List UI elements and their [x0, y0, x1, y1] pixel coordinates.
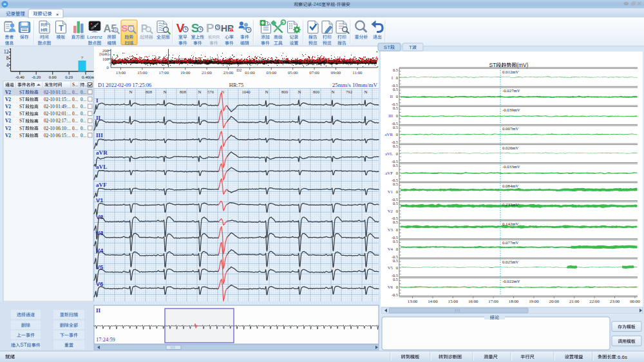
svg-text:N: N — [163, 90, 166, 95]
svg-text:-0.5: -0.5 — [392, 292, 398, 297]
svg-text:0...: 0... — [80, 133, 86, 138]
svg-text:25mm/s 10mm/mV: 25mm/s 10mm/mV — [332, 82, 378, 88]
svg-text:0: 0 — [396, 75, 398, 80]
svg-text:0.233mV: 0.233mV — [502, 202, 519, 207]
svg-text:T: T — [409, 44, 412, 50]
svg-text:N: N — [298, 90, 301, 95]
svg-text:0.20: 0.20 — [65, 75, 73, 79]
svg-text:17:00: 17:00 — [488, 299, 498, 303]
svg-text:09:00: 09:00 — [331, 70, 341, 75]
svg-text:ST: ST — [19, 90, 25, 95]
svg-text:02-10 01:11:...: 02-10 01:11:... — [44, 90, 71, 95]
svg-text:V4: V4 — [388, 247, 393, 251]
svg-text:ST: ST — [19, 104, 25, 110]
svg-text:0.077mV: 0.077mV — [502, 240, 519, 245]
svg-text:18:00: 18:00 — [509, 299, 519, 303]
svg-text:576: 576 — [207, 90, 214, 94]
svg-text:00:00: 00:00 — [630, 299, 640, 303]
svg-text:13:00: 13:00 — [116, 70, 126, 75]
svg-text:V2: V2 — [5, 118, 11, 124]
svg-text:0.5: 0.5 — [393, 144, 398, 148]
svg-text:792: 792 — [346, 90, 352, 94]
svg-text:ST: ST — [19, 111, 25, 117]
svg-text:808: 808 — [180, 90, 187, 94]
svg-text:V3: V3 — [96, 230, 103, 236]
svg-text:0...: 0... — [72, 90, 78, 95]
svg-text:N: N — [331, 90, 334, 95]
svg-text:20:00: 20:00 — [549, 299, 560, 303]
svg-text:ST: ST — [19, 133, 25, 138]
svg-text:17:00: 17:00 — [159, 70, 169, 75]
svg-text:0.5: 0.5 — [393, 182, 398, 186]
svg-text:aVF: aVF — [385, 171, 393, 175]
svg-text:0: 0 — [396, 209, 398, 213]
svg-text:0.084mV: 0.084mV — [502, 184, 519, 188]
svg-text:7: 7 — [81, 55, 84, 61]
svg-text:P: P — [206, 21, 214, 35]
svg-text:0: 0 — [396, 247, 398, 251]
svg-text:16:00: 16:00 — [468, 299, 478, 303]
svg-text:0.40: 0.40 — [82, 75, 90, 79]
svg-text:0...: 0... — [80, 104, 86, 110]
svg-text:21:00: 21:00 — [569, 299, 580, 303]
svg-text:05:00: 05:00 — [288, 70, 298, 75]
svg-text:0: 0 — [396, 151, 398, 156]
svg-text:0.5: 0.5 — [393, 201, 398, 205]
svg-text:02-10 02:17:...: 02-10 02:17:... — [44, 119, 71, 124]
svg-text:0.5: 0.5 — [393, 258, 398, 263]
svg-text:23:00: 23:00 — [610, 299, 620, 303]
svg-text:0...: 0... — [72, 97, 78, 102]
svg-text:Lorenz: Lorenz — [87, 34, 102, 40]
svg-text::6.6s: :6.6s — [616, 354, 627, 360]
svg-text:0.5: 0.5 — [393, 125, 398, 129]
svg-text:21:00: 21:00 — [202, 70, 212, 75]
svg-text:15:00: 15:00 — [448, 299, 459, 303]
svg-text:07:00: 07:00 — [309, 70, 319, 75]
svg-text:V4: V4 — [96, 247, 104, 254]
svg-text:V2: V2 — [5, 126, 11, 131]
svg-text:0.5: 0.5 — [393, 220, 398, 224]
svg-text:0.5: 0.5 — [393, 163, 398, 167]
svg-text:8: 8 — [6, 55, 9, 61]
svg-text:0: 0 — [107, 65, 109, 70]
svg-text:4: 4 — [6, 62, 9, 68]
svg-text:-0.027mV: -0.027mV — [502, 88, 520, 93]
svg-text:aVR: aVR — [385, 132, 393, 137]
svg-text:0.025mV: 0.025mV — [502, 260, 519, 264]
svg-text:V2: V2 — [5, 104, 11, 110]
svg-text:HR: HR — [41, 27, 48, 33]
svg-text:0: 0 — [396, 132, 398, 137]
svg-text:S...: S... — [72, 82, 79, 88]
svg-text:13:00: 13:00 — [408, 299, 418, 303]
svg-text:N: N — [364, 90, 367, 95]
svg-text:12: 12 — [4, 49, 9, 55]
svg-text:II: II — [390, 94, 393, 99]
svg-text:1040: 1040 — [242, 90, 251, 94]
svg-text:V3: V3 — [388, 227, 393, 232]
svg-text:01:00: 01:00 — [245, 70, 255, 75]
svg-text:ST: ST — [19, 126, 25, 131]
svg-text:V1: V1 — [388, 189, 393, 194]
svg-text:14:00: 14:00 — [428, 299, 438, 303]
svg-text:02-10 01:15:...: 02-10 01:15:... — [44, 97, 71, 102]
svg-text:ST: ST — [19, 119, 25, 124]
svg-text:23:00: 23:00 — [223, 70, 234, 75]
svg-text:V5: V5 — [388, 265, 393, 270]
svg-text:T: T — [59, 24, 64, 33]
svg-text:0.142mV: 0.142mV — [502, 222, 519, 226]
svg-text:0: 0 — [396, 113, 398, 118]
svg-text:0...: 0... — [72, 119, 78, 124]
svg-text:0.026mV: 0.026mV — [502, 146, 519, 150]
svg-text:-0.40: -0.40 — [15, 75, 25, 79]
svg-text:aVL: aVL — [385, 151, 393, 156]
svg-text:V1: V1 — [96, 197, 103, 204]
svg-text:17:24:59: 17:24:59 — [96, 337, 115, 343]
svg-text:0.007mV: 0.007mV — [502, 126, 519, 131]
svg-text:19:00: 19:00 — [529, 299, 539, 303]
svg-text:0: 0 — [396, 265, 398, 270]
svg-text:V2: V2 — [5, 97, 11, 102]
svg-text:0.5: 0.5 — [393, 87, 398, 91]
svg-text:V5: V5 — [96, 264, 103, 271]
svg-text:0.00: 0.00 — [49, 75, 57, 79]
svg-text:!: ! — [231, 28, 232, 32]
